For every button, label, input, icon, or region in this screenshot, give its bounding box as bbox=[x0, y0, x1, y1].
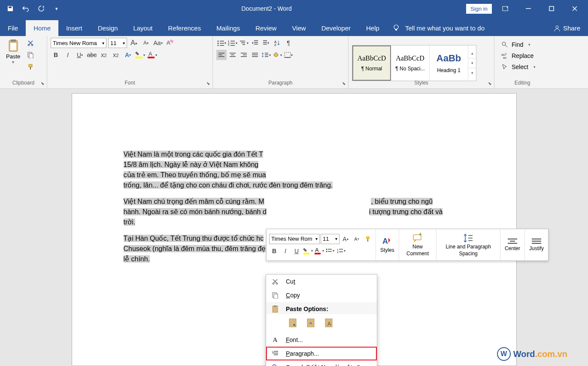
replace-button[interactable]: abacReplace bbox=[498, 51, 547, 61]
paste-merge[interactable] bbox=[304, 316, 318, 330]
mini-font-combo[interactable]: Times New Rom▾ bbox=[269, 234, 320, 244]
styles-gallery[interactable]: AaBbCcD ¶ Normal AaBbCcD ¶ No Spaci... A… bbox=[352, 45, 476, 81]
show-marks-button[interactable]: ¶ bbox=[283, 38, 294, 48]
style-heading1[interactable]: AaBb Heading 1 bbox=[430, 45, 468, 81]
mini-grow-font[interactable]: A▴ bbox=[340, 234, 351, 244]
highlight-button[interactable]: ▾ bbox=[135, 50, 145, 60]
ctx-font[interactable]: A Font... bbox=[266, 333, 377, 347]
mini-justify[interactable]: Justify bbox=[524, 229, 548, 260]
undo-button[interactable] bbox=[19, 2, 33, 15]
style-normal[interactable]: AaBbCcD ¶ Normal bbox=[352, 45, 391, 81]
mini-highlight[interactable]: ▾ bbox=[303, 246, 313, 256]
mini-font-color[interactable]: A▾ bbox=[314, 246, 324, 256]
line-spacing-button[interactable]: ▾ bbox=[261, 50, 271, 60]
multilevel-button[interactable]: ▾ bbox=[239, 38, 249, 48]
mini-underline[interactable]: U bbox=[291, 246, 302, 256]
bold-button[interactable]: B bbox=[51, 50, 61, 60]
tab-file[interactable]: File bbox=[0, 20, 26, 36]
qat-more-button[interactable]: ▾ bbox=[50, 2, 64, 15]
tab-layout[interactable]: Layout bbox=[125, 20, 160, 36]
increase-indent-button[interactable] bbox=[261, 38, 271, 48]
tab-mailings[interactable]: Mailings bbox=[209, 20, 248, 36]
ctx-paragraph[interactable]: Paragraph... bbox=[266, 347, 377, 360]
font-color-button[interactable]: A▾ bbox=[147, 50, 157, 60]
align-left-button[interactable] bbox=[216, 50, 227, 60]
clipboard-launcher[interactable]: ⬊ bbox=[41, 81, 44, 86]
ctx-cut[interactable]: Cut bbox=[266, 275, 377, 288]
copy-button[interactable] bbox=[25, 50, 36, 60]
change-case-button[interactable]: Aa▾ bbox=[153, 38, 163, 48]
align-center-button[interactable] bbox=[227, 50, 238, 60]
ctx-copy[interactable]: Copy bbox=[266, 288, 377, 302]
shading-button[interactable]: ▾ bbox=[272, 50, 282, 60]
borders-button[interactable]: ▾ bbox=[283, 50, 294, 60]
mini-center[interactable]: Center bbox=[500, 229, 524, 260]
font-launcher[interactable]: ⬊ bbox=[206, 81, 210, 86]
mini-numbering[interactable]: 12▾ bbox=[336, 246, 346, 256]
mini-size-combo[interactable]: 11▾ bbox=[321, 234, 339, 244]
superscript-button[interactable]: x2 bbox=[111, 50, 121, 60]
svg-text:+: + bbox=[419, 233, 422, 237]
save-button[interactable] bbox=[3, 2, 17, 15]
cut-icon bbox=[270, 277, 280, 286]
strike-button[interactable]: abc bbox=[87, 50, 97, 60]
tab-help[interactable]: Help bbox=[358, 20, 387, 36]
clear-format-button[interactable]: A bbox=[165, 38, 175, 48]
text-effects-button[interactable]: A▾ bbox=[123, 50, 133, 60]
grow-font-button[interactable]: A▴ bbox=[129, 38, 139, 48]
svg-text:A: A bbox=[327, 321, 331, 327]
bullets-button[interactable]: ▾ bbox=[216, 38, 227, 48]
gallery-scroll[interactable]: ▴ ▾ ▾ bbox=[468, 45, 476, 81]
svg-rect-85 bbox=[532, 239, 541, 239]
mini-bullets[interactable]: ▾ bbox=[325, 246, 335, 256]
paste-keep-source[interactable] bbox=[286, 316, 300, 330]
shrink-font-button[interactable]: A▾ bbox=[141, 38, 151, 48]
tab-home[interactable]: Home bbox=[26, 20, 58, 36]
share-button[interactable]: Share bbox=[546, 24, 588, 36]
italic-button[interactable]: I bbox=[63, 50, 73, 60]
paragraph-launcher[interactable]: ⬊ bbox=[342, 81, 346, 86]
cursor-icon bbox=[501, 64, 508, 70]
font-size-combo[interactable]: 11▾ bbox=[108, 38, 127, 48]
maximize-button[interactable] bbox=[542, 2, 561, 15]
tab-design[interactable]: Design bbox=[90, 20, 126, 36]
comment-icon: + bbox=[412, 233, 423, 244]
mini-bold[interactable]: B bbox=[269, 246, 279, 256]
redo-button[interactable] bbox=[34, 2, 48, 15]
numbering-button[interactable]: 123▾ bbox=[227, 38, 238, 48]
styles-launcher[interactable]: ⬊ bbox=[488, 81, 491, 86]
minimize-button[interactable] bbox=[518, 2, 538, 15]
tab-review[interactable]: Review bbox=[248, 20, 284, 36]
font-combo[interactable]: Times New Roma▾ bbox=[51, 38, 106, 48]
svg-rect-40 bbox=[263, 44, 267, 45]
close-button[interactable] bbox=[565, 2, 585, 15]
mini-shrink-font[interactable]: A▾ bbox=[352, 234, 362, 244]
subscript-button[interactable]: x2 bbox=[99, 50, 109, 60]
tell-me-field[interactable]: Tell me what you want to do bbox=[387, 24, 490, 36]
mini-italic[interactable]: I bbox=[280, 246, 291, 256]
svg-rect-75 bbox=[339, 251, 343, 252]
cut-button[interactable] bbox=[25, 38, 36, 48]
ribbon-display-button[interactable] bbox=[495, 2, 515, 15]
tab-insert[interactable]: Insert bbox=[58, 20, 90, 36]
decrease-indent-button[interactable] bbox=[250, 38, 260, 48]
paste-button[interactable]: Paste ▾ bbox=[3, 38, 23, 65]
tab-developer[interactable]: Developer bbox=[314, 20, 358, 36]
find-button[interactable]: Find▾ bbox=[498, 39, 547, 50]
sort-button[interactable]: AZ bbox=[272, 38, 282, 48]
mini-styles[interactable]: A Styles bbox=[376, 229, 399, 260]
format-painter-button[interactable] bbox=[25, 62, 36, 72]
ctx-search[interactable]: Search "Việt Nam là một..." bbox=[266, 360, 377, 366]
mini-spacing[interactable]: Line and Paragraph Spacing bbox=[436, 229, 500, 260]
mini-new-comment[interactable]: + New Comment bbox=[399, 229, 436, 260]
sign-in-button[interactable]: Sign in bbox=[466, 4, 492, 14]
tab-view[interactable]: View bbox=[284, 20, 313, 36]
align-right-button[interactable] bbox=[239, 50, 249, 60]
style-no-spacing[interactable]: AaBbCcD ¶ No Spaci... bbox=[391, 45, 430, 81]
tab-references[interactable]: References bbox=[160, 20, 209, 36]
paste-text-only[interactable]: A bbox=[322, 316, 336, 330]
mini-format-painter[interactable] bbox=[363, 234, 373, 244]
justify-button[interactable] bbox=[250, 50, 260, 60]
select-button[interactable]: Select▾ bbox=[498, 62, 547, 72]
underline-button[interactable]: U▾ bbox=[75, 50, 85, 60]
